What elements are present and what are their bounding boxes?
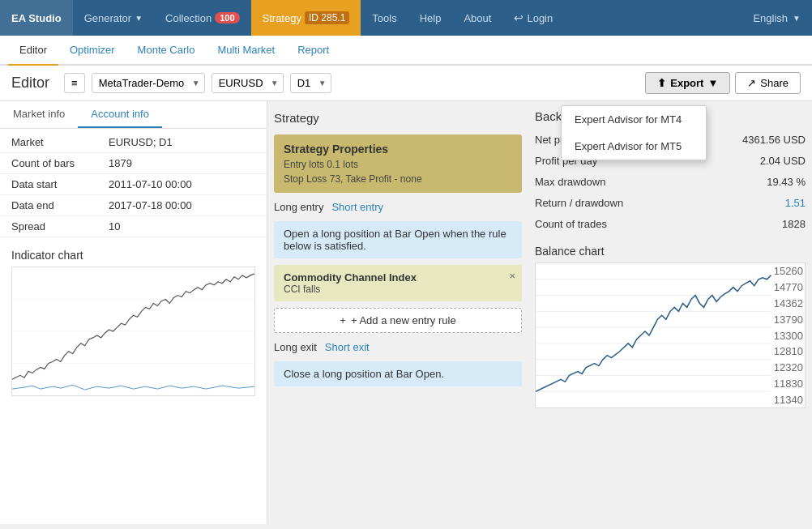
long-exit-label: Long exit [274, 341, 317, 353]
table-row: Data start 2011-07-10 00:00 [0, 174, 267, 195]
share-button[interactable]: ↗ Share [735, 72, 801, 94]
nav-collection[interactable]: Collection 100 [154, 0, 250, 36]
brand-label: EA Studio [11, 12, 62, 24]
period-select-wrap: D1 ▼ [290, 73, 331, 93]
collection-label: Collection [165, 12, 212, 24]
table-row: Max drawdown 19.43 % [535, 172, 806, 193]
strategy-properties-detail1: Entry lots 0.1 lots [284, 159, 512, 170]
close-position-box: Close a long position at Bar Open. [274, 361, 522, 386]
balance-chart-labels: 15260 14770 14362 13790 13300 12810 1232… [774, 263, 803, 407]
balance-chart: 15260 14770 14362 13790 13300 12810 1232… [535, 262, 806, 408]
market-info-table: Market EURUSD; D1 Count of bars 1879 Dat… [0, 129, 267, 241]
table-row: Spread 10 [0, 216, 267, 237]
menu-button[interactable]: ≡ [64, 73, 85, 93]
help-label: Help [420, 12, 442, 24]
rule-title: Commodity Channel Index [284, 271, 512, 284]
editor-actions: ⬆ Export ▼ ↗ Share [645, 72, 801, 94]
platform-select-wrap: MetaTrader-Demo ▼ [92, 73, 205, 93]
entry-section: Long entry Short entry [274, 199, 522, 215]
share-icon: ↗ [747, 77, 756, 89]
left-panel: Market info Account info Market EURUSD; … [0, 101, 267, 524]
share-label: Share [760, 77, 788, 89]
tools-label: Tools [372, 12, 396, 24]
nav-generator[interactable]: Generator ▼ [73, 0, 154, 36]
table-row: Count of bars 1879 [0, 153, 267, 174]
generator-dropdown-arrow: ▼ [135, 14, 143, 23]
right-panel: Backtest Net profit 4361.56 USD Profit p… [528, 101, 812, 524]
add-rule-label: + Add a new entry rule [351, 314, 456, 326]
table-row: Return / drawdown 1.51 [535, 193, 806, 214]
collection-badge: 100 [215, 12, 239, 23]
balance-chart-svg [536, 263, 805, 407]
nav-brand[interactable]: EA Studio [0, 0, 73, 36]
indicator-chart-svg [12, 267, 254, 395]
table-row: Market EURUSD; D1 [0, 132, 267, 153]
login-label: Login [527, 12, 553, 24]
tab-monte-carlo[interactable]: Monte Carlo [126, 36, 207, 66]
nav-tools[interactable]: Tools [361, 0, 408, 36]
nav-language[interactable]: English ▼ [741, 0, 812, 36]
editor-title: Editor [11, 75, 49, 92]
strategy-properties-detail2: Stop Loss 73, Take Profit - none [284, 173, 512, 185]
long-entry-label: Long entry [274, 201, 323, 213]
nav-spacer [564, 0, 741, 36]
tab-market-info[interactable]: Market info [0, 101, 78, 128]
period-select[interactable]: D1 [290, 73, 331, 93]
strategy-label: Strategy [263, 12, 301, 24]
symbol-select[interactable]: EURUSD [212, 73, 284, 93]
export-mt5-item[interactable]: Expert Advisor for MT5 [562, 133, 706, 160]
export-button[interactable]: ⬆ Export ▼ [645, 72, 730, 94]
strategy-properties-card: Strategy Properties Entry lots 0.1 lots … [274, 134, 522, 193]
nav-login[interactable]: ↩ Login [502, 0, 564, 36]
exit-section: Long exit Short exit [274, 339, 522, 355]
nav-strategy[interactable]: Strategy ID 285.1 [251, 0, 361, 36]
indicator-chart-title: Indicator chart [11, 249, 255, 262]
generator-label: Generator [84, 12, 132, 24]
tab-account-info[interactable]: Account info [78, 101, 162, 128]
nav-help[interactable]: Help [408, 0, 453, 36]
table-row: Data end 2017-07-18 00:00 [0, 195, 267, 216]
language-dropdown-arrow: ▼ [793, 14, 801, 23]
indicator-chart [11, 267, 255, 396]
language-label: English [753, 12, 788, 24]
mid-panel: Strategy Strategy Properties Entry lots … [267, 101, 528, 524]
rule-subtitle: CCI falls [284, 284, 512, 295]
main-content: Market info Account info Market EURUSD; … [0, 101, 812, 524]
about-label: About [464, 12, 491, 24]
short-exit-link[interactable]: Short exit [325, 341, 370, 353]
strategy-section-title: Strategy [274, 108, 522, 128]
symbol-select-wrap: EURUSD ▼ [212, 73, 284, 93]
rule-close-button[interactable]: × [509, 270, 515, 282]
tab-report[interactable]: Report [286, 36, 340, 66]
balance-chart-title: Balance chart [535, 245, 806, 258]
export-label: Export [670, 77, 703, 89]
tab-optimizer[interactable]: Optimizer [58, 36, 126, 66]
export-mt4-item[interactable]: Expert Advisor for MT4 [562, 106, 706, 133]
add-rule-button[interactable]: + + Add a new entry rule [274, 308, 522, 333]
editor-header: Editor ≡ MetaTrader-Demo ▼ EURUSD ▼ D1 ▼… [0, 66, 812, 101]
platform-select[interactable]: MetaTrader-Demo [92, 73, 205, 93]
nav-about[interactable]: About [452, 0, 502, 36]
table-row: Count of trades 1828 [535, 214, 806, 235]
plus-icon: + [340, 314, 346, 326]
strategy-id-badge: ID 285.1 [305, 11, 349, 24]
sub-navigation: Editor Optimizer Monte Carlo Multi Marke… [0, 36, 812, 66]
tab-multi-market[interactable]: Multi Market [206, 36, 286, 66]
strategy-properties-title: Strategy Properties [284, 143, 512, 156]
export-dropdown-menu: Expert Advisor for MT4 Expert Advisor fo… [561, 105, 707, 160]
top-navigation: EA Studio Generator ▼ Collection 100 Str… [0, 0, 812, 36]
export-dropdown-arrow: ▼ [707, 77, 718, 89]
export-icon: ⬆ [657, 77, 666, 89]
tab-editor[interactable]: Editor [8, 36, 58, 66]
indicator-chart-section: Indicator chart [0, 241, 267, 524]
entry-description-box: Open a long position at Bar Open when th… [274, 221, 522, 258]
short-entry-link[interactable]: Short entry [331, 201, 383, 213]
info-tabs: Market info Account info [0, 101, 267, 129]
balance-chart-section: Balance chart 15260 14770 [535, 245, 806, 408]
rule-card: × Commodity Channel Index CCI falls [274, 265, 522, 301]
